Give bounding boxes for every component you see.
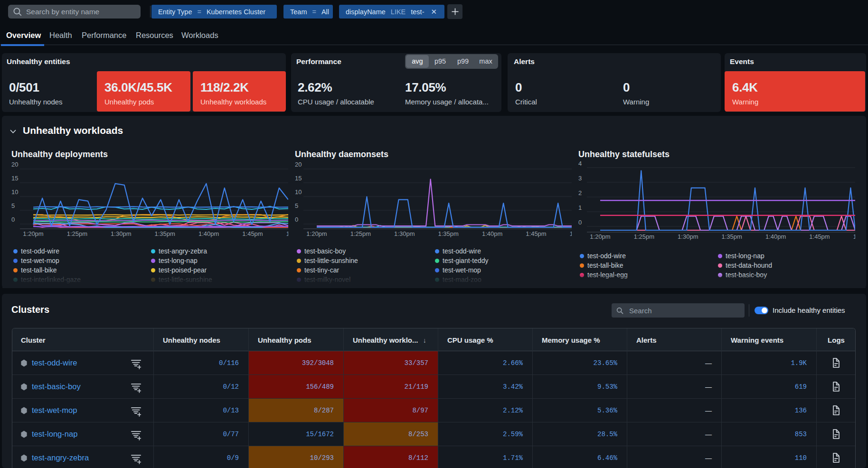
svg-text:1:25pm: 1:25pm [634, 233, 654, 240]
svg-text:1:45pm: 1:45pm [809, 233, 830, 240]
svg-text:4: 4 [578, 160, 582, 167]
svg-text:1:50pm: 1:50pm [286, 230, 288, 237]
svg-text:1:30pm: 1:30pm [678, 233, 698, 240]
svg-text:1:30pm: 1:30pm [394, 230, 415, 237]
svg-text:1:40pm: 1:40pm [198, 230, 219, 237]
svg-text:1:35pm: 1:35pm [722, 233, 742, 240]
svg-text:1:30pm: 1:30pm [111, 230, 131, 237]
svg-text:0: 0 [11, 216, 15, 223]
svg-text:5: 5 [295, 202, 298, 209]
svg-text:1:25pm: 1:25pm [350, 230, 371, 237]
svg-text:1:50pm: 1:50pm [570, 230, 572, 237]
svg-text:1:35pm: 1:35pm [155, 230, 175, 237]
svg-text:1:35pm: 1:35pm [438, 230, 459, 237]
svg-text:1:20pm: 1:20pm [590, 233, 610, 240]
svg-text:15: 15 [11, 175, 18, 182]
svg-text:10: 10 [11, 188, 18, 196]
svg-text:10: 10 [295, 188, 302, 196]
svg-text:1:20pm: 1:20pm [23, 230, 43, 237]
svg-text:0: 0 [578, 219, 582, 226]
svg-text:1:40pm: 1:40pm [765, 233, 786, 240]
svg-text:20: 20 [11, 161, 18, 168]
svg-text:1:20pm: 1:20pm [306, 230, 327, 237]
svg-text:1:45pm: 1:45pm [526, 230, 546, 237]
svg-text:1: 1 [578, 204, 582, 211]
svg-text:1:45pm: 1:45pm [242, 230, 263, 237]
svg-text:15: 15 [295, 175, 302, 182]
svg-text:0: 0 [295, 216, 298, 223]
svg-text:1:25pm: 1:25pm [67, 230, 87, 237]
svg-text:3: 3 [578, 175, 582, 182]
svg-text:2: 2 [578, 189, 582, 197]
svg-text:5: 5 [11, 202, 15, 209]
svg-text:1:50pm: 1:50pm [853, 233, 855, 240]
svg-text:20: 20 [295, 161, 302, 168]
svg-text:1:40pm: 1:40pm [482, 230, 502, 237]
